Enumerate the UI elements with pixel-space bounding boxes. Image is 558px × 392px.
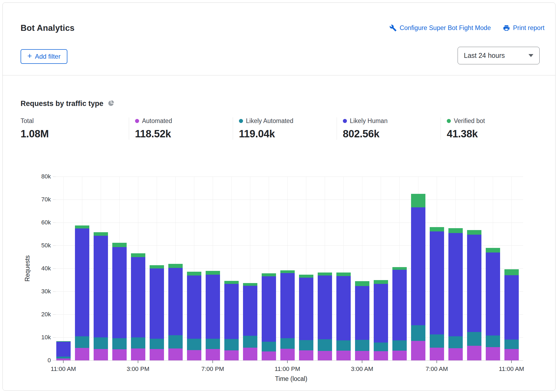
stat-label: Verified bot (447, 117, 544, 125)
bar-segment-likely-automated (262, 342, 276, 351)
y-tick (53, 268, 56, 269)
stacked-bar[interactable] (467, 177, 481, 360)
bar-segment-automated (131, 348, 145, 360)
stacked-bar[interactable] (299, 177, 313, 360)
bar-segment-likely-human (336, 276, 351, 340)
stacked-bar[interactable] (262, 177, 276, 360)
stat-likely-human[interactable]: Likely Human802.56k (337, 117, 441, 140)
bar-segment-likely-automated (243, 336, 257, 348)
y-tick-label: 80k (22, 173, 51, 180)
section-title: Requests by traffic type (21, 99, 103, 108)
stacked-bar[interactable] (224, 177, 239, 360)
time-range-select[interactable]: Last 24 hours (458, 47, 540, 64)
y-tick-label: 40k (22, 265, 51, 272)
bar-segment-likely-automated (299, 340, 313, 350)
stacked-bar[interactable] (131, 177, 145, 360)
bar-segment-verified-bot (94, 232, 108, 236)
stacked-bar[interactable] (430, 177, 444, 360)
bar-segment-automated (187, 350, 201, 360)
bar-segment-likely-automated (318, 339, 332, 351)
stat-label: Likely Automated (239, 117, 337, 125)
stat-automated[interactable]: Automated118.52k (129, 117, 233, 140)
bar-segment-likely-automated (56, 357, 71, 358)
chevron-down-icon (529, 54, 533, 57)
stat-total[interactable]: Total1.08M (21, 117, 129, 140)
y-tick (53, 245, 56, 246)
stacked-bar[interactable] (280, 177, 295, 360)
stat-value: 1.08M (21, 128, 129, 140)
stacked-bar[interactable] (486, 177, 500, 360)
stacked-bar[interactable] (168, 177, 183, 360)
bar-segment-likely-human (280, 273, 295, 338)
legend-dot-icon (135, 119, 139, 123)
bar-segment-automated (411, 341, 425, 360)
y-tick-label: 0 (22, 357, 51, 364)
x-tick (511, 360, 512, 363)
x-tick (362, 360, 362, 363)
bar-segment-verified-bot (486, 248, 500, 253)
x-tick-label: 3:00 PM (108, 366, 168, 373)
x-tick (212, 360, 213, 363)
bar-segment-verified-bot (374, 280, 388, 284)
print-report-link[interactable]: Print report (503, 24, 544, 32)
stat-label-text: Verified bot (454, 117, 485, 125)
bar-segment-likely-human (168, 268, 183, 335)
stacked-bar[interactable] (187, 177, 201, 360)
stacked-bar[interactable] (374, 177, 388, 360)
bar-segment-likely-human (504, 275, 519, 340)
stacked-bar[interactable] (206, 177, 220, 360)
configure-super-bot-fight-mode-link[interactable]: Configure Super Bot Fight Mode (389, 24, 491, 32)
bar-segment-likely-automated (112, 338, 127, 349)
bot-analytics-card: Bot Analytics Configure Super Bot Fight … (2, 2, 556, 391)
y-tick-label: 60k (22, 219, 51, 226)
bar-segment-likely-automated (355, 340, 369, 351)
x-tick (138, 360, 138, 363)
stacked-bar[interactable] (112, 177, 127, 360)
bar-segment-automated (318, 351, 332, 360)
bar-segment-verified-bot (224, 281, 239, 284)
bar-segment-likely-automated (150, 339, 164, 349)
stacked-bar[interactable] (504, 177, 519, 360)
legend-dot-icon (447, 119, 451, 123)
bar-segment-likely-automated (430, 334, 444, 348)
y-tick-label: 50k (22, 242, 51, 249)
stacked-bar[interactable] (336, 177, 351, 360)
x-tick-label: 7:00 AM (407, 366, 467, 373)
bar-segment-likely-automated (411, 325, 425, 341)
bar-segment-likely-automated (280, 338, 295, 348)
bar-segment-verified-bot (112, 243, 127, 247)
y-tick-label: 70k (22, 196, 51, 203)
x-tick (63, 360, 64, 363)
stacked-bar[interactable] (392, 177, 407, 360)
bar-segment-likely-automated (224, 339, 239, 350)
bar-segment-verified-bot (56, 341, 71, 342)
bar-segment-automated (56, 358, 71, 360)
bar-segment-verified-bot (355, 281, 369, 286)
stat-likely-automated[interactable]: Likely Automated119.04k (233, 117, 337, 140)
bar-segment-likely-automated (336, 340, 351, 351)
stat-value: 118.52k (135, 128, 233, 140)
stacked-bar[interactable] (411, 177, 425, 360)
add-filter-button[interactable]: + Add filter (21, 49, 67, 64)
stacked-bar[interactable] (448, 177, 463, 360)
stacked-bar[interactable] (56, 177, 71, 360)
stacked-bar[interactable] (243, 177, 257, 360)
bar-segment-automated (504, 349, 519, 360)
x-tick-label: 11:00 AM (482, 366, 541, 373)
stat-label-text: Likely Automated (246, 117, 293, 125)
stacked-bar[interactable] (75, 177, 89, 360)
bar-segment-likely-human (355, 286, 369, 340)
stacked-bar[interactable] (94, 177, 108, 360)
bar-segment-verified-bot (448, 228, 463, 233)
stacked-bar[interactable] (318, 177, 332, 360)
bar-segment-likely-human (374, 284, 388, 343)
bar-segment-automated (280, 349, 295, 360)
bar-segment-likely-human (206, 275, 220, 339)
time-range-value: Last 24 hours (464, 52, 505, 59)
h-gridline (56, 360, 523, 361)
stacked-bar[interactable] (355, 177, 369, 360)
section-header: Requests by traffic type (21, 99, 114, 108)
legend-dot-icon (239, 119, 243, 123)
stacked-bar[interactable] (150, 177, 164, 360)
stat-verified-bot[interactable]: Verified bot41.38k (441, 117, 544, 140)
